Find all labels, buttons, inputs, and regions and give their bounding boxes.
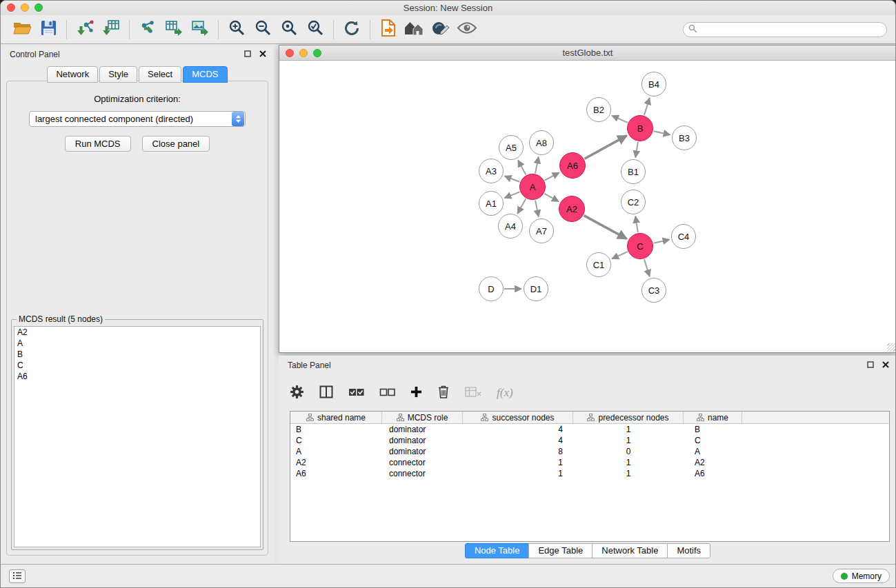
mcds-result-list[interactable]: A2ABCA6 xyxy=(14,326,261,547)
graph-node-A5[interactable]: A5 xyxy=(499,135,524,160)
table-row-A2[interactable]: A2connector11A2 xyxy=(290,457,889,468)
graph-node-A4[interactable]: A4 xyxy=(498,214,523,239)
network-canvas[interactable]: B4B2BB3A5A8A6A3B1AA1C2A2A4A7CC4C1C3DD1 xyxy=(279,61,896,352)
import-table-button[interactable] xyxy=(98,18,124,41)
window-resize-handle[interactable] xyxy=(887,343,895,352)
show-columns-button[interactable] xyxy=(319,385,333,401)
cell-name[interactable]: B xyxy=(684,425,742,434)
tab-node-table[interactable]: Node Table xyxy=(465,543,530,558)
delete-column-button[interactable] xyxy=(437,385,450,402)
table-row-C[interactable]: Cdominator41C xyxy=(290,435,889,446)
edge-C-C3[interactable] xyxy=(644,259,650,276)
mcds-result-item-A6[interactable]: A6 xyxy=(14,371,260,382)
graph-node-B[interactable]: B xyxy=(627,115,653,141)
function-builder-button[interactable]: f(x) xyxy=(497,386,513,400)
cell-successor-nodes[interactable]: 4 xyxy=(463,436,573,445)
cell-MCDS-role[interactable]: connector xyxy=(382,469,463,478)
table-row-A6[interactable]: A6connector11A6 xyxy=(290,468,889,479)
edge-B-B1[interactable] xyxy=(635,142,638,158)
graph-node-C4[interactable]: C4 xyxy=(671,224,696,249)
column-header-predecessor-nodes[interactable]: predecessor nodes xyxy=(573,412,684,423)
import-network-button[interactable] xyxy=(72,18,98,41)
cell-predecessor-nodes[interactable]: 1 xyxy=(573,469,684,478)
style-apply-button[interactable] xyxy=(428,18,454,41)
graph-node-B1[interactable]: B1 xyxy=(621,159,646,184)
cell-predecessor-nodes[interactable]: 0 xyxy=(573,447,684,456)
graph-node-A7[interactable]: A7 xyxy=(529,219,554,243)
search-field[interactable] xyxy=(683,22,887,37)
cell-MCDS-role[interactable]: dominator xyxy=(382,436,463,445)
mcds-result-item-B[interactable]: B xyxy=(14,349,260,360)
graph-node-C2[interactable]: C2 xyxy=(621,190,646,214)
network-close-button[interactable] xyxy=(286,49,294,57)
cell-name[interactable]: A6 xyxy=(684,469,742,478)
edge-A-A2[interactable] xyxy=(544,194,558,201)
column-header-successor-nodes[interactable]: successor nodes xyxy=(463,412,573,423)
minimize-window-button[interactable] xyxy=(21,3,29,12)
memory-button[interactable]: Memory xyxy=(833,569,890,583)
select-all-button[interactable] xyxy=(348,387,364,399)
mcds-result-item-A[interactable]: A xyxy=(14,338,260,349)
mcds-result-item-C[interactable]: C xyxy=(14,360,260,371)
edge-A2-C[interactable] xyxy=(584,216,627,239)
open-session-button[interactable] xyxy=(9,18,35,41)
edge-C-C1[interactable] xyxy=(612,252,628,258)
edge-A-A6[interactable] xyxy=(545,172,559,180)
table-row-B[interactable]: Bdominator41B xyxy=(290,424,889,435)
column-header-shared-name[interactable]: shared name xyxy=(290,412,382,423)
cell-MCDS-role[interactable]: dominator xyxy=(382,425,463,434)
tab-motifs[interactable]: Motifs xyxy=(667,543,710,558)
float-table-panel-button[interactable] xyxy=(866,360,875,369)
table-settings-button[interactable] xyxy=(290,385,304,402)
edge-B-B3[interactable] xyxy=(654,131,670,134)
optimization-criterion-dropdown[interactable]: largest connected component (directed) xyxy=(29,111,246,127)
search-input[interactable] xyxy=(701,25,882,34)
cell-successor-nodes[interactable]: 8 xyxy=(463,447,573,456)
graph-node-A3[interactable]: A3 xyxy=(479,159,504,183)
mcds-result-item-A2[interactable]: A2 xyxy=(14,327,260,338)
graph-node-C1[interactable]: C1 xyxy=(586,252,611,277)
zoom-fit-button[interactable] xyxy=(276,18,302,41)
cell-shared-name[interactable]: B xyxy=(290,425,382,434)
edge-A-A8[interactable] xyxy=(535,157,539,174)
float-panel-button[interactable] xyxy=(243,49,252,58)
cell-predecessor-nodes[interactable]: 1 xyxy=(573,436,684,445)
zoom-out-button[interactable] xyxy=(250,18,276,41)
graph-node-A8[interactable]: A8 xyxy=(529,130,554,155)
home-button[interactable] xyxy=(401,18,428,41)
edge-A-A5[interactable] xyxy=(518,160,526,174)
graph-node-B3[interactable]: B3 xyxy=(672,125,697,150)
open-file-button[interactable] xyxy=(375,18,401,41)
cell-MCDS-role[interactable]: dominator xyxy=(382,447,463,456)
graph-node-A[interactable]: A xyxy=(519,174,546,200)
cell-successor-nodes[interactable]: 1 xyxy=(463,469,573,478)
network-minimize-button[interactable] xyxy=(299,49,308,57)
show-graphics-details-button[interactable] xyxy=(454,18,480,41)
table-row-A[interactable]: Adominator80A xyxy=(290,446,889,457)
graph-node-A1[interactable]: A1 xyxy=(479,191,504,216)
edge-A-A4[interactable] xyxy=(517,199,526,213)
cell-successor-nodes[interactable]: 4 xyxy=(463,425,573,434)
cell-shared-name[interactable]: A2 xyxy=(290,458,382,467)
cell-predecessor-nodes[interactable]: 1 xyxy=(573,458,684,467)
cell-name[interactable]: A2 xyxy=(684,458,742,467)
column-header-MCDS-role[interactable]: MCDS role xyxy=(382,412,463,423)
edge-A-A7[interactable] xyxy=(535,201,539,217)
edge-B-B2[interactable] xyxy=(612,116,628,123)
tab-edge-table[interactable]: Edge Table xyxy=(528,543,593,558)
cell-shared-name[interactable]: C xyxy=(290,436,382,445)
cell-name[interactable]: C xyxy=(684,436,742,445)
edge-A6-B[interactable] xyxy=(585,136,627,159)
zoom-in-button[interactable] xyxy=(223,18,250,41)
close-table-panel-button[interactable] xyxy=(881,360,890,369)
export-table-button[interactable] xyxy=(161,18,187,41)
graph-node-B4[interactable]: B4 xyxy=(641,72,666,97)
graph-node-B2[interactable]: B2 xyxy=(586,97,611,122)
graph-node-C[interactable]: C xyxy=(627,233,653,259)
cell-predecessor-nodes[interactable]: 1 xyxy=(573,425,684,434)
cell-shared-name[interactable]: A6 xyxy=(290,469,382,478)
cell-shared-name[interactable]: A xyxy=(290,447,382,456)
tab-network[interactable]: Network xyxy=(47,66,98,83)
graph-node-A2[interactable]: A2 xyxy=(559,196,585,222)
graph-node-D[interactable]: D xyxy=(479,276,504,301)
